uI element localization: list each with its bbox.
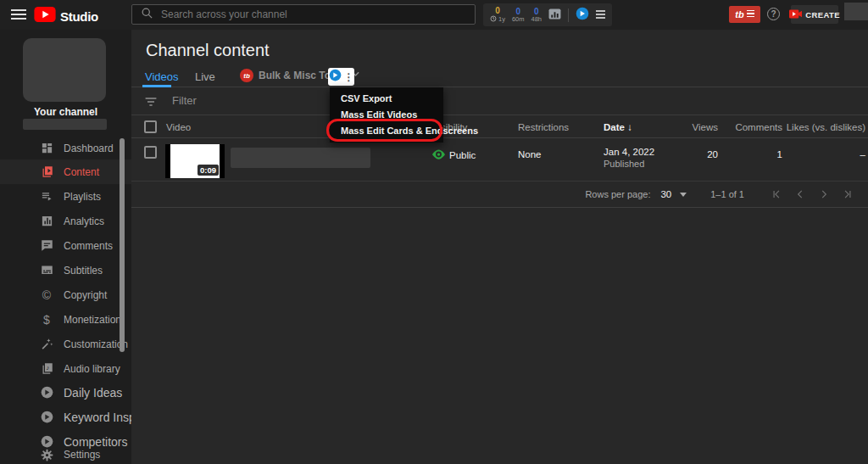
magic-wand-icon	[40, 338, 53, 350]
table-header-row: Video Visibility Restrictions Date ↓ Vie…	[131, 116, 868, 138]
kebab-menu-icon[interactable]: ⋮	[344, 72, 354, 82]
sidebar-item-settings[interactable]: Settings	[0, 445, 131, 464]
analytics-icon	[40, 215, 53, 227]
column-likes[interactable]: Likes (vs. dislikes)	[787, 122, 865, 132]
gear-icon	[40, 449, 53, 461]
sort-arrow-down-icon: ↓	[627, 122, 632, 132]
account-avatar[interactable]	[844, 3, 868, 20]
copyright-icon: ©	[40, 289, 53, 301]
top-bar: Studio 0 1y 0 60m 0 48h tb ?	[0, 0, 868, 30]
column-views[interactable]: Views	[693, 122, 718, 132]
tubebuddy-lines-icon	[747, 10, 754, 20]
video-title-placeholder	[231, 148, 370, 168]
main-content: Channel content Videos Live tb Bulk & Mi…	[131, 30, 868, 464]
youtube-studio-logo[interactable]: Studio	[34, 7, 98, 25]
studio-brand-text: Studio	[60, 9, 98, 24]
stat-1y: 0 1y	[490, 6, 505, 24]
channel-avatar[interactable]	[23, 38, 106, 102]
active-tab-underline	[142, 85, 171, 87]
widget-divider	[568, 8, 569, 22]
sidebar-item-playlists[interactable]: Playlists	[0, 184, 131, 209]
menu-item-mass-edit-videos[interactable]: Mass Edit Videos	[330, 107, 443, 123]
bar-chart-icon[interactable]	[548, 8, 561, 23]
menu-item-mass-edit-cards-endscreens[interactable]: Mass Edit Cards & Endscreens	[330, 123, 443, 139]
comments-icon	[40, 239, 53, 252]
last-page-button[interactable]	[836, 186, 860, 203]
select-all-checkbox[interactable]	[144, 120, 157, 133]
content-tabs: Videos Live tb Bulk & Misc Tools ⋮	[131, 68, 868, 87]
views-cell: 20	[707, 149, 718, 159]
column-video[interactable]: Video	[166, 122, 191, 132]
youtube-play-icon	[34, 7, 56, 25]
main-menu-icon[interactable]	[11, 9, 26, 22]
vidiq-icon[interactable]	[576, 7, 589, 24]
tab-videos[interactable]: Videos	[145, 70, 179, 83]
stat-60m: 0 60m	[512, 7, 525, 23]
search-input[interactable]	[161, 8, 466, 20]
page-title: Channel content	[146, 41, 270, 60]
tab-live[interactable]: Live	[195, 70, 215, 83]
vidiq-stats-widget[interactable]: 0 1y 0 60m 0 48h	[483, 3, 612, 26]
subtitles-icon	[40, 264, 53, 277]
filter-bar	[131, 88, 868, 115]
sidebar-item-subtitles[interactable]: Subtitles	[0, 258, 131, 282]
column-date-sort[interactable]: Date ↓	[604, 122, 632, 132]
sidebar-item-audio-library[interactable]: ♪ Audio library	[0, 356, 131, 381]
likes-cell: –	[860, 149, 865, 159]
row-checkbox[interactable]	[144, 146, 157, 159]
clock-icon	[490, 15, 497, 24]
search-icon	[141, 7, 153, 23]
playlists-icon	[40, 190, 53, 203]
restrictions-cell: None	[518, 149, 542, 159]
sidebar-item-copyright[interactable]: © Copyright	[0, 282, 131, 307]
pagination-range-label: 1–1 of 1	[710, 189, 744, 199]
vidiq-circle-icon	[40, 411, 53, 423]
visibility-cell[interactable]: Public	[432, 148, 476, 163]
comments-cell: 1	[777, 149, 782, 159]
svg-text:♪: ♪	[46, 364, 49, 372]
dashboard-icon	[40, 142, 53, 154]
table-row[interactable]: 0:09 Public None Jan 4, 2022 Published 2…	[131, 138, 868, 182]
channel-name-placeholder	[23, 119, 107, 130]
pagination-bar: Rows per page: 30 1–1 of 1	[131, 182, 868, 208]
first-page-button[interactable]	[765, 186, 788, 203]
next-page-button[interactable]	[812, 186, 836, 203]
your-channel-label: Your channel	[0, 106, 131, 118]
stat-48h: 0 48h	[531, 7, 542, 23]
channel-search-bar[interactable]	[131, 4, 476, 25]
filter-input[interactable]	[172, 94, 342, 107]
help-icon[interactable]: ?	[767, 8, 780, 20]
tubebuddy-toolbar-button[interactable]: tb	[729, 6, 760, 23]
vidiq-tools-button[interactable]: ⋮	[328, 68, 354, 86]
sidebar-item-dashboard[interactable]: Dashboard	[0, 136, 131, 160]
column-comments[interactable]: Comments	[735, 122, 782, 132]
vidiq-tools-menu: CSV Export Mass Edit Videos Mass Edit Ca…	[330, 87, 443, 143]
rows-per-page-dropdown-icon[interactable]	[680, 193, 687, 197]
tubebuddy-badge-icon: tb	[240, 69, 253, 82]
video-duration-badge: 0:09	[198, 165, 219, 176]
filter-icon	[144, 95, 158, 112]
date-cell: Jan 4, 2022	[604, 147, 654, 157]
rows-per-page-label: Rows per page:	[585, 189, 650, 199]
widget-menu-icon[interactable]	[596, 10, 605, 20]
rows-per-page-value[interactable]: 30	[660, 189, 671, 199]
vidiq-circle-icon	[40, 386, 53, 399]
create-button[interactable]: CREATE	[791, 5, 838, 24]
date-status-cell: Published	[604, 159, 644, 169]
sidebar-item-daily-ideas[interactable]: Daily Ideas	[0, 380, 131, 405]
sidebar-scrollbar[interactable]	[120, 138, 125, 352]
sidebar-item-comments[interactable]: Comments	[0, 233, 131, 258]
sidebar: Your channel Dashboard Content Playlists…	[0, 30, 131, 464]
create-camera-icon	[789, 7, 802, 22]
video-thumbnail[interactable]: 0:09	[165, 144, 225, 178]
sidebar-item-customization[interactable]: Customization	[0, 332, 131, 356]
sidebar-item-monetization[interactable]: $ Monetization	[0, 307, 131, 332]
sidebar-item-analytics[interactable]: Analytics	[0, 209, 131, 233]
audio-library-icon: ♪	[40, 362, 53, 375]
column-restrictions[interactable]: Restrictions	[518, 122, 569, 132]
dollar-icon: $	[40, 314, 53, 326]
menu-item-csv-export[interactable]: CSV Export	[330, 91, 443, 107]
sidebar-item-content[interactable]: Content	[0, 159, 131, 184]
sidebar-item-keyword-inspector[interactable]: Keyword Inspector	[0, 405, 131, 429]
previous-page-button[interactable]	[788, 186, 812, 203]
